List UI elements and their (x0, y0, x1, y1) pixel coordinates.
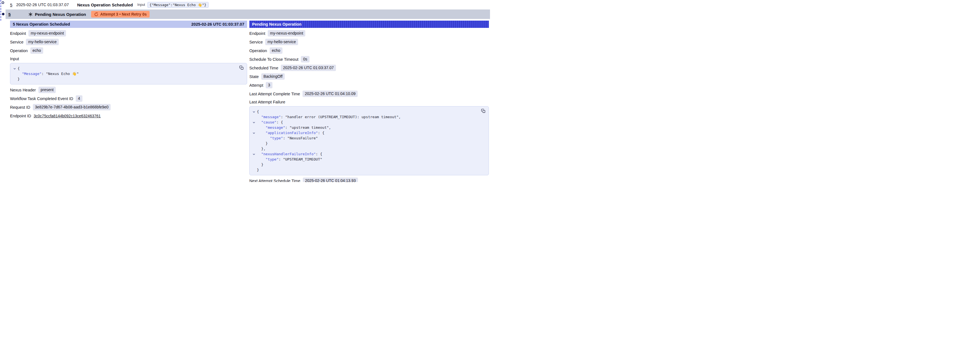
event-row-scheduled[interactable]: 5 2025-02-26 UTC 01:03:37.07 Nexus Opera… (0, 0, 490, 10)
collapse-toggle-icon[interactable] (251, 151, 257, 156)
field-row: Nexus Header present (10, 87, 247, 93)
fields-bottom: Nexus Header present Workflow Task Compl… (10, 87, 247, 110)
code-line-text: "message": "upstream timeout", (257, 125, 331, 130)
field-label: Service (10, 40, 24, 44)
field-label: Operation (10, 48, 28, 53)
field-label: Last Attempt Complete Time (249, 92, 300, 96)
panel-timestamp: 2025-02-26 UTC 01:03:37.07 (191, 22, 244, 27)
field-value-chip: echo (270, 47, 282, 54)
event-id-link[interactable]: 5 (10, 3, 12, 7)
code-line-text: "Message": "Nexus Echo 👋" (18, 71, 79, 77)
panel-header-pending: Pending Nexus Operation (249, 21, 489, 28)
code-gutter (251, 141, 257, 146)
field-value-chip: my-nexus-endpoint (29, 30, 66, 37)
field-value-chip: 2025-02-26 UTC 01:04:13.93 (303, 177, 358, 182)
event-title: Pending Nexus Operation (35, 12, 86, 17)
code-lines: { "message": "handler error (UPSTREAM_TI… (251, 109, 479, 172)
field-label: Endpoint (10, 31, 26, 36)
field-value-chip: 4 (76, 95, 83, 102)
endpoint-id-link[interactable]: 3c0c75ccfa8144b092c13ce632463761 (34, 114, 101, 118)
fields-top: Endpoint my-nexus-endpoint Service my-he… (249, 30, 489, 97)
timeline-circle-marker (2, 2, 4, 4)
field-label: Scheduled Time (249, 66, 278, 70)
code-gutter (251, 125, 257, 130)
field-row: Last Attempt Complete Time 2025-02-26 UT… (249, 91, 489, 97)
field-row: Workflow Task Completed Event ID 4 (10, 95, 247, 102)
field-row: Operation echo (10, 47, 247, 54)
field-value-chip: 3e829b7e-7d67-4b08-aad3-b1e868bfe9e0 (33, 104, 111, 110)
field-row: State BackingOff (249, 73, 489, 80)
field-row: Next Attempt Schedule Time 2025-02-26 UT… (249, 177, 489, 182)
field-label: State (249, 74, 259, 79)
field-value-chip: 0s (301, 56, 310, 62)
collapse-toggle-icon[interactable] (251, 130, 257, 136)
timeline-dashed-line (0, 0, 1, 21)
field-label: Request ID (10, 105, 30, 110)
code-gutter (11, 71, 18, 77)
code-line-text: } (18, 77, 20, 81)
code-gutter (251, 156, 257, 162)
input-preview-chip: {"Message":"Nexus Echo 👋"} (147, 2, 208, 8)
field-row: Endpoint my-nexus-endpoint (10, 30, 247, 37)
field-value-chip: 3 (266, 82, 272, 88)
code-line-text: } (257, 167, 259, 172)
collapse-toggle-icon[interactable] (11, 66, 18, 71)
event-timeline (0, 0, 6, 22)
fields-bottom: Next Attempt Schedule Time 2025-02-26 UT… (249, 177, 489, 182)
code-gutter (251, 162, 257, 167)
code-line-text: } (257, 162, 263, 167)
field-row: Request ID 3e829b7e-7d67-4b08-aad3-b1e86… (10, 104, 247, 110)
field-row: Attempt 3 (249, 82, 489, 88)
field-label: Operation (249, 48, 267, 53)
field-row: Scheduled Time 2025-02-26 UTC 01:03:37.0… (249, 65, 489, 71)
code-line-text: { (18, 66, 20, 71)
field-value-chip: BackingOff (261, 73, 285, 80)
event-id-link[interactable]: 5 (8, 12, 11, 17)
event-timestamp: 2025-02-26 UTC 01:03:37.07 (16, 3, 69, 7)
collapse-toggle-icon[interactable] (251, 109, 257, 114)
code-lines: { "Message": "Nexus Echo 👋"} (11, 66, 237, 81)
event-detail-panels: 5 Nexus Operation Scheduled 2025-02-26 U… (0, 21, 490, 182)
field-label: Next Attempt Schedule Time (249, 179, 300, 182)
timeline-dot-marker (2, 13, 5, 15)
field-row-endpoint-id: Endpoint ID 3c0c75ccfa8144b092c13ce63246… (10, 113, 247, 119)
field-value-chip: my-nexus-endpoint (268, 30, 305, 37)
code-gutter (251, 146, 257, 151)
panel-title: Pending Nexus Operation (252, 22, 301, 27)
code-line-text: { (257, 109, 259, 114)
input-label: Input (137, 3, 145, 7)
field-label: Schedule To Close Timeout (249, 57, 298, 62)
code-gutter (251, 136, 257, 141)
field-value-chip: echo (30, 47, 43, 54)
field-value-chip: 2025-02-26 UTC 01:04:10.09 (302, 91, 358, 97)
field-value-chip: present (38, 87, 56, 93)
panel-title: 5 Nexus Operation Scheduled (13, 22, 70, 27)
field-label: Service (249, 40, 262, 44)
field-value-chip: 2025-02-26 UTC 01:03:37.07 (281, 65, 336, 71)
field-label: Endpoint ID (10, 114, 31, 118)
code-gutter (11, 77, 18, 81)
failure-code-block: { "message": "handler error (UPSTREAM_TI… (249, 106, 489, 175)
event-row-pending[interactable]: 5 Pending Nexus Operation Attempt 3 • Ne… (6, 10, 490, 19)
collapse-toggle-icon[interactable] (251, 120, 257, 125)
code-line-text: "type": "NexusFailure" (257, 136, 318, 141)
event-title: Nexus Operation Scheduled (77, 3, 133, 7)
asterisk-icon (29, 12, 33, 16)
field-value-chip: my-hello-service (265, 39, 298, 45)
code-line-text: }, (257, 146, 266, 151)
field-row: Service my-hello-service (10, 39, 247, 45)
code-line-text: "message": "handler error (UPSTREAM_TIME… (257, 114, 401, 120)
copy-icon[interactable] (239, 65, 244, 70)
code-gutter (251, 167, 257, 172)
copy-icon[interactable] (481, 109, 485, 113)
code-line-text: "type": "UPSTREAM_TIMEOUT" (257, 156, 322, 162)
panel-header-scheduled: 5 Nexus Operation Scheduled 2025-02-26 U… (10, 21, 247, 28)
field-row: Operation echo (249, 47, 489, 54)
fields-top: Endpoint my-nexus-endpoint Service my-he… (10, 30, 247, 54)
code-line-text: "cause": { (257, 120, 283, 125)
attempt-badge-label: Attempt 3 • Next Retry 0s (100, 12, 147, 16)
field-label: Endpoint (249, 31, 265, 36)
code-line-text: "applicationFailureInfo": { (257, 130, 325, 136)
code-line-text: "nexusHandlerFailureInfo": { (257, 151, 322, 156)
input-code-block: { "Message": "Nexus Echo 👋"} (10, 63, 247, 85)
